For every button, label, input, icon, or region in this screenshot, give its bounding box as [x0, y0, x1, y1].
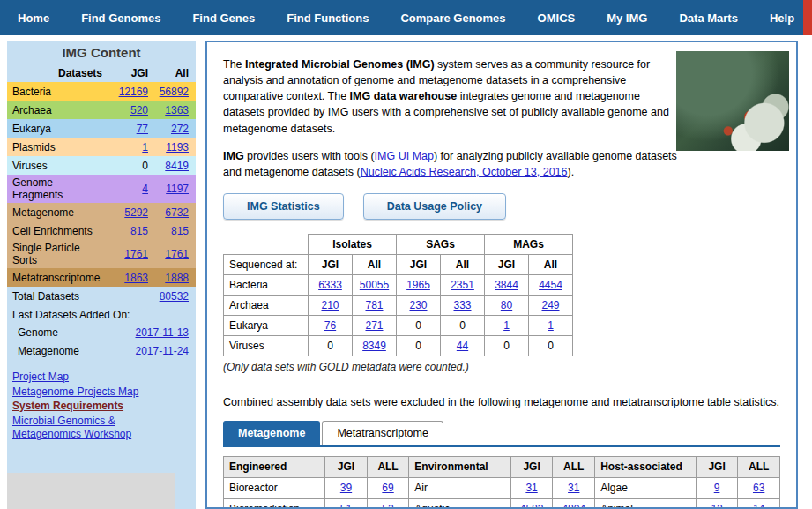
img-statistics-button[interactable]: IMG Statistics	[223, 193, 344, 220]
dataset-all-link[interactable]: 6732	[165, 206, 189, 219]
stats-count-value: 0	[441, 315, 485, 335]
col-all: All	[353, 254, 397, 274]
dataset-row-archaea: Archaea 520 1363	[7, 101, 196, 119]
dataset-jgi-link[interactable]: 12169	[119, 86, 148, 98]
total-datasets-label: Total Datasets	[12, 290, 104, 303]
dataset-all-link[interactable]: 272	[171, 123, 189, 135]
eco-count-link[interactable]: 14	[753, 503, 764, 509]
stats-count-link[interactable]: 4454	[539, 279, 562, 291]
total-datasets-row: Total Datasets 80532	[7, 287, 196, 305]
dataset-jgi-link[interactable]: 1	[142, 141, 148, 153]
stats-count-link[interactable]: 230	[409, 299, 427, 311]
system-requirements-link[interactable]: System Requirements	[12, 400, 175, 414]
dataset-jgi-link[interactable]: 520	[130, 104, 148, 116]
stats-count-value: 0	[529, 335, 573, 356]
dataset-row-bacteria: Bacteria 12169 56892	[7, 82, 196, 101]
stats-count-value: 0	[309, 335, 353, 356]
group-mags: MAGs	[485, 234, 573, 254]
last-added-genome-row: Genome 2017-11-13	[7, 323, 196, 341]
stats-count-link[interactable]: 210	[321, 299, 339, 311]
stats-count-value: 0	[397, 315, 441, 335]
eco-count-link[interactable]: 31	[525, 482, 537, 494]
dataset-jgi-link[interactable]: 1863	[124, 272, 148, 284]
nav-item-home[interactable]: Home	[0, 11, 65, 25]
dataset-label: Metatranscriptome	[12, 272, 104, 284]
stats-count-link[interactable]: 8349	[362, 340, 386, 352]
microbial-genomics-workshop-link[interactable]: Microbial Genomics & Metagenomics Worksh…	[12, 415, 175, 442]
tab-metatranscriptome[interactable]: Metatranscriptome	[322, 421, 443, 445]
eco-category: Algae	[595, 477, 697, 498]
sidebar-links: Project Map Metagenome Projects Map Syst…	[7, 360, 196, 442]
nav-item-compare-genomes[interactable]: Compare Genomes	[384, 11, 521, 25]
dataset-jgi-link[interactable]: 4	[142, 183, 148, 195]
eco-count-link[interactable]: 9	[714, 482, 720, 494]
stats-count-link[interactable]: 1965	[406, 279, 430, 291]
dataset-jgi-link[interactable]: 5292	[124, 206, 148, 219]
dataset-jgi-link[interactable]: 815	[130, 225, 148, 237]
eco-count-link[interactable]: 4583	[520, 503, 544, 509]
stats-count-link[interactable]: 76	[324, 319, 336, 332]
eco-count-link[interactable]: 31	[568, 482, 579, 494]
eco-count-link[interactable]: 4804	[562, 503, 585, 509]
img-ui-map-link[interactable]: IMG UI Map	[375, 150, 434, 162]
eco-count-link[interactable]: 69	[382, 482, 393, 494]
project-map-link[interactable]: Project Map	[12, 371, 175, 385]
total-datasets-link[interactable]: 80532	[160, 290, 189, 303]
dataset-all-link[interactable]: 1197	[166, 183, 189, 195]
group-sags: SAGs	[397, 234, 485, 254]
last-added-label: Metagenome	[12, 345, 104, 357]
dataset-row-metatranscriptome: Metatranscriptome 1863 1888	[7, 268, 196, 287]
stats-count-link[interactable]: 3844	[495, 279, 518, 291]
stats-count-link[interactable]: 781	[365, 299, 383, 311]
img-data-warehouse-bold: IMG data warehouse	[350, 90, 458, 102]
nav-item-data-marts[interactable]: Data Marts	[663, 11, 753, 25]
last-added-genome-date-link[interactable]: 2017-11-13	[136, 326, 190, 339]
stats-count-link[interactable]: 80	[501, 299, 512, 311]
stats-row-label: Eukarya	[224, 315, 309, 335]
dataset-label: Metagenome	[12, 206, 104, 219]
dataset-all-link[interactable]: 8419	[165, 160, 189, 172]
stats-count-link[interactable]: 271	[365, 319, 383, 332]
dataset-row-metagenome: Metagenome 5292 6732	[7, 203, 196, 221]
dataset-row-eukarya: Eukarya 77 272	[7, 119, 196, 138]
stats-count-link[interactable]: 6333	[318, 279, 342, 291]
data-usage-policy-button[interactable]: Data Usage Policy	[363, 193, 506, 220]
metagenome-projects-map-link[interactable]: Metagenome Projects Map	[12, 385, 175, 400]
nav-item-find-genomes[interactable]: Find Genomes	[65, 11, 176, 25]
stats-count-link[interactable]: 333	[453, 299, 471, 311]
nav-item-help[interactable]: Help	[754, 11, 810, 25]
stats-count-link[interactable]: 44	[457, 340, 468, 352]
nav-item-omics[interactable]: OMICS	[522, 11, 592, 25]
nav-item-find-functions[interactable]: Find Functions	[271, 11, 384, 25]
tab-metagenome[interactable]: Metagenome	[223, 421, 320, 445]
stats-count-link[interactable]: 50055	[360, 279, 389, 291]
dataset-all-link[interactable]: 1363	[165, 104, 189, 116]
header-all: ALL	[738, 456, 780, 477]
dataset-jgi-link[interactable]: 77	[137, 123, 148, 135]
dataset-jgi-link[interactable]: 1761	[124, 248, 148, 260]
nav-item-find-genes[interactable]: Find Genes	[176, 11, 271, 25]
eco-count-link[interactable]: 12	[711, 503, 722, 509]
eco-count-link[interactable]: 51	[340, 503, 352, 509]
stats-count-link[interactable]: 1	[503, 319, 510, 332]
last-added-metagenome-date-link[interactable]: 2017-11-24	[136, 345, 190, 357]
eco-category: Bioreactor	[224, 477, 325, 498]
dataset-all-link[interactable]: 815	[171, 225, 189, 237]
nav-item-my-img[interactable]: My IMG	[591, 11, 663, 25]
eco-count-link[interactable]: 39	[340, 482, 352, 494]
eco-count-link[interactable]: 52	[382, 503, 393, 509]
header-all: ALL	[553, 456, 595, 477]
col-jgi: JGI	[397, 254, 441, 274]
dataset-all-link[interactable]: 1888	[165, 272, 189, 284]
stats-count-link[interactable]: 249	[541, 299, 559, 311]
corner-decoration	[803, 0, 812, 35]
stats-count-link[interactable]: 1	[548, 319, 554, 332]
dataset-all-link[interactable]: 1193	[166, 141, 189, 153]
dataset-all-link[interactable]: 56892	[160, 86, 189, 98]
nucleic-acids-research-link[interactable]: Nucleic Acids Research, October 13, 2016	[361, 166, 568, 178]
header-engineered: Engineered	[224, 456, 325, 477]
stats-count-link[interactable]: 2351	[451, 279, 474, 291]
dataset-all-link[interactable]: 1761	[165, 248, 189, 260]
header-jgi: JGI	[510, 456, 553, 477]
eco-count-link[interactable]: 63	[753, 482, 764, 494]
